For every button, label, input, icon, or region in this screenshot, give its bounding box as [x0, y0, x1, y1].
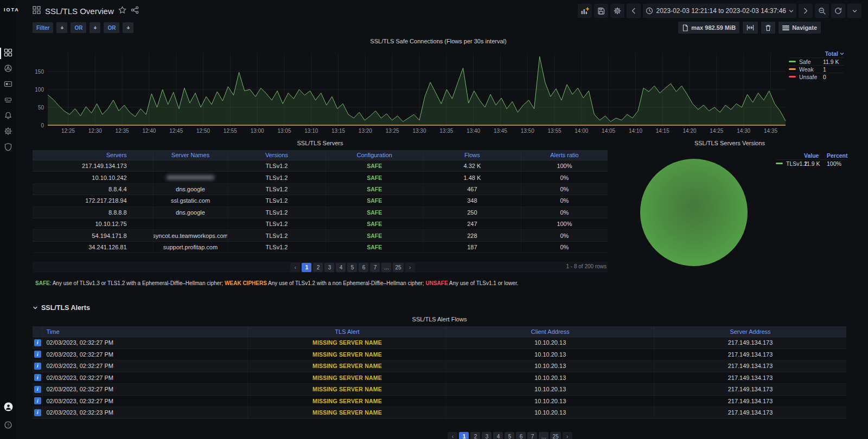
sidebar-item-dashboards[interactable] [0, 46, 16, 61]
trash-button[interactable] [761, 22, 775, 34]
save-dashboard-button[interactable] [594, 4, 608, 18]
info-icon[interactable]: i [34, 363, 41, 370]
page-button-25[interactable]: 25 [393, 263, 403, 272]
page-button-5[interactable]: 5 [347, 263, 357, 272]
cell: 10.10.20.13 [446, 372, 654, 384]
column-header-server-address[interactable]: Server Address [654, 326, 846, 337]
column-header-alerts-ratio[interactable]: Alerts ratio [521, 150, 608, 160]
page-button-4[interactable]: 4 [336, 263, 346, 272]
column-header-configuration[interactable]: Configuration [326, 150, 424, 160]
sidebar-item-plugins[interactable] [0, 61, 16, 77]
page-button-2[interactable]: 2 [470, 432, 480, 439]
column-header-icon [33, 326, 43, 337]
max-size-button[interactable]: max 982.59 MiB [678, 22, 739, 34]
svg-text:14:25: 14:25 [710, 128, 723, 134]
pie-chart[interactable] [640, 159, 748, 266]
column-header-time[interactable]: Time [43, 326, 248, 337]
page-button-6[interactable]: 6 [359, 263, 368, 272]
page-button-7[interactable]: 7 [527, 432, 537, 439]
page-button-3[interactable]: 3 [324, 263, 334, 272]
next-page-button[interactable]: › [563, 432, 572, 439]
brand-logo[interactable]: IOTA [4, 7, 20, 12]
sidebar-item-servers[interactable] [0, 93, 16, 108]
pie-legend-item[interactable]: TLSv1.211.9 K100% [776, 159, 845, 167]
sidebar-item-security[interactable] [0, 140, 16, 156]
cell: 217.149.134.173 [654, 337, 846, 348]
filter-button[interactable]: Filter [33, 22, 53, 33]
sidebar-item-monitoring[interactable] [0, 77, 16, 93]
favorite-star-icon[interactable] [118, 6, 126, 16]
navigate-button[interactable]: Navigate [778, 22, 821, 34]
column-header-servers[interactable]: Servers [33, 150, 154, 160]
column-header-tls-alert[interactable]: TLS Alert [248, 326, 446, 337]
column-header-client-address[interactable]: Client Address [446, 326, 654, 337]
page-button-3[interactable]: 3 [482, 432, 492, 439]
page-button-2[interactable]: 2 [313, 263, 323, 272]
alerts-section-header[interactable]: SSL/TLS Alerts [33, 304, 90, 312]
info-icon[interactable]: i [34, 339, 41, 346]
zoom-out-button[interactable] [815, 4, 829, 18]
cell: 217.149.134.173 [33, 160, 154, 171]
prev-page-button[interactable]: ‹ [448, 432, 457, 439]
share-icon[interactable] [131, 6, 139, 16]
slice-value: 11.9 K [804, 160, 827, 167]
or-operator-button[interactable]: OR [104, 22, 119, 33]
user-avatar[interactable] [4, 402, 13, 414]
legend-item-unsafe[interactable]: Unsafe0 [789, 73, 844, 80]
add-filter-button[interactable]: + [90, 22, 100, 33]
info-icon[interactable]: i [34, 351, 41, 358]
dashboard-settings-button[interactable] [610, 4, 624, 18]
sidebar-item-alerting[interactable] [0, 108, 16, 124]
add-panel-button[interactable] [578, 4, 592, 18]
cell: SAFE [326, 218, 424, 229]
svg-text:12:35: 12:35 [116, 128, 129, 134]
column-header-flows[interactable]: Flows [424, 150, 521, 160]
page-button-1[interactable]: 1 [302, 263, 311, 272]
page-button-1[interactable]: 1 [459, 432, 469, 439]
cell: SAFE [326, 242, 424, 253]
note-segment: WEAK CIPHERS [225, 280, 267, 286]
legend-series-name: Unsafe [799, 74, 823, 80]
page-button-25[interactable]: 25 [550, 432, 560, 439]
help-icon[interactable]: ? [4, 421, 12, 431]
cell: MISSING SERVER NAME [248, 384, 446, 395]
legend-series-name: Safe [799, 59, 823, 65]
page-button-7[interactable]: 7 [370, 263, 380, 272]
cell: dns.google [154, 207, 228, 218]
info-icon[interactable]: i [34, 374, 41, 381]
prev-page-button[interactable]: ‹ [290, 263, 300, 272]
refresh-button[interactable] [831, 4, 845, 18]
info-icon[interactable]: i [34, 397, 41, 404]
time-range-picker[interactable]: 2023-02-03 12:21:14 to 2023-02-03 14:37:… [643, 4, 796, 18]
time-shift-back-button[interactable] [627, 4, 641, 18]
info-icon[interactable]: i [34, 386, 41, 393]
legend-column-percent[interactable]: Percent [827, 152, 845, 159]
column-header-server-names[interactable]: Server Names [154, 150, 228, 160]
legend-item-weak[interactable]: Weak1 [789, 65, 844, 73]
legend-sort-total[interactable]: Total [789, 50, 844, 57]
add-filter-button[interactable]: + [56, 22, 67, 33]
cell: 217.149.134.173 [654, 384, 846, 395]
page-button-6[interactable]: 6 [516, 432, 526, 439]
timeseries-chart[interactable]: 05010015012:2512:3012:3512:4012:4512:501… [33, 49, 790, 135]
cell: 0% [521, 172, 608, 183]
add-filter-button[interactable]: + [123, 22, 133, 33]
info-icon[interactable]: i [34, 409, 41, 416]
column-header-versions[interactable]: Versions [228, 150, 326, 160]
page-ellipsis[interactable]: … [539, 432, 548, 439]
or-operator-button[interactable]: OR [71, 22, 86, 33]
time-shift-forward-button[interactable] [799, 4, 813, 18]
page-button-4[interactable]: 4 [493, 432, 503, 439]
cell: 02/03/2023, 02:32:27 PM [43, 337, 248, 348]
next-page-button[interactable]: › [405, 263, 415, 272]
fit-time-range-button[interactable] [743, 22, 758, 34]
sidebar-item-settings[interactable] [0, 124, 16, 140]
cell: SAFE [326, 172, 424, 183]
page-ellipsis[interactable]: … [381, 263, 391, 272]
refresh-interval-dropdown[interactable] [847, 4, 861, 18]
legend-item-safe[interactable]: Safe11.9 K [789, 57, 844, 65]
legend-column-value[interactable]: Value [804, 152, 827, 159]
cell: 4.32 K [424, 160, 521, 171]
pie-legend-header: ValuePercent [776, 152, 845, 159]
page-button-5[interactable]: 5 [505, 432, 514, 439]
